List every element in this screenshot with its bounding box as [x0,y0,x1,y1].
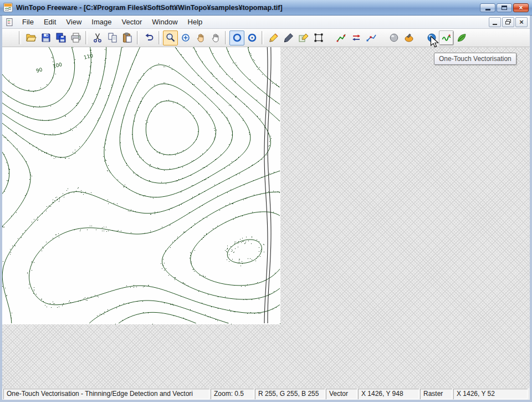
paste-button[interactable] [120,30,135,45]
menu-item-image[interactable]: Image [86,16,116,28]
view-vector-toggle-button[interactable] [244,30,259,45]
menu-item-edit[interactable]: Edit [39,16,61,28]
printer-icon [70,32,81,43]
select-region-button[interactable] [311,30,326,45]
copy-pages-icon [107,32,118,43]
grey-sphere-icon [388,32,400,43]
pen-icon [283,32,294,43]
vector-join-button[interactable] [334,30,349,45]
mdi-restore-icon [505,19,511,24]
pencil-tool-button[interactable] [266,30,281,45]
vector-reverse-button[interactable] [349,30,364,45]
clipboard-icon [122,32,133,43]
titlebar: WinTopo Freeware - [C:¥Program Files¥Sof… [0,0,532,16]
one-touch-vectorisation-button[interactable] [439,30,454,45]
view-raster-toggle-button[interactable] [229,30,244,45]
mdi-minimize-button[interactable] [489,17,501,27]
menu-item-view[interactable]: View [61,16,86,28]
select-region-icon [313,32,324,43]
save-all-icon [55,32,66,43]
pencil-icon [268,32,279,43]
window-title: WinTopo Freeware - [C:¥Program Files¥Sof… [16,4,475,12]
vector-node-icon [366,32,377,43]
status-raster-coords: X 1426, Y 52 [453,389,528,399]
raster-image[interactable] [2,47,280,324]
one-touch-vectorisation-icon [441,32,452,43]
mdi-restore-button[interactable] [502,17,514,27]
menubar: File Edit View Image Vector Window Help … [2,16,530,29]
menu-item-file[interactable]: File [17,16,39,28]
copy-button[interactable] [105,30,120,45]
pen-tool-button[interactable] [281,30,296,45]
print-button[interactable] [68,30,83,45]
client-area [2,47,530,388]
status-raster-label: Raster [420,389,452,399]
vector-lens-icon [247,32,258,43]
tooltip: One-Touch Vectorisation [434,53,516,65]
pan-tool-button[interactable] [193,30,208,45]
blue-globe-icon [426,32,437,43]
menu-item-window[interactable]: Window [147,16,182,28]
menu-item-help[interactable]: Help [183,16,208,28]
grab-hand-icon [210,32,221,43]
undo-button[interactable] [141,30,156,45]
fill-holes-icon [403,32,415,43]
toolbar-separator [137,31,139,44]
status-vector-label: Vector [326,389,357,399]
undo-arrow-icon [144,32,155,43]
edit-image-button[interactable] [296,30,311,45]
toolbar-separator [19,31,21,44]
document-icon [6,18,14,27]
open-button[interactable] [23,30,38,45]
app-icon [3,3,13,12]
grab-tool-button[interactable] [208,30,223,45]
edit-image-icon [298,32,309,43]
vector-node-button[interactable] [364,30,378,45]
minimize-button[interactable] [480,3,495,12]
save-floppy-icon [40,32,52,43]
magnifier-icon [165,32,176,43]
menu-item-vector[interactable]: Vector [116,16,147,28]
status-rgb: R 255, G 255, B 255 [255,389,325,399]
window-controls: × [480,3,529,12]
open-folder-icon [25,32,37,43]
toolbar [2,29,530,47]
toolbar-separator [158,31,161,44]
wintopo-pro-button[interactable] [454,30,469,45]
smooth-button[interactable] [386,30,401,45]
maximize-icon [502,6,507,10]
zoom-tool-button[interactable] [163,30,178,45]
fill-holes-button[interactable] [401,30,416,45]
mdi-minimize-icon [493,24,497,25]
statusbar: One-Touch Vectorisation - Thinning/Edge … [2,388,530,400]
raster-lens-icon [232,32,243,43]
status-vector-coords: X 1426, Y 948 [358,389,419,399]
zoom-select-button[interactable] [178,30,193,45]
vector-join-icon [336,32,347,43]
mdi-close-button[interactable]: × [515,17,528,27]
cut-button[interactable] [90,30,105,45]
toolbar-separator [85,31,88,44]
status-zoom: Zoom: 0.5 [211,389,254,399]
vector-result-button[interactable] [424,30,439,45]
pan-hand-icon [195,32,206,43]
zoom-in-icon [180,32,191,43]
toolbar-separator [225,31,227,44]
toolbar-separator [262,31,264,44]
status-message: One-Touch Vectorisation - Thinning/Edge … [3,389,209,399]
scissors-icon [92,32,103,43]
vector-reverse-icon [351,32,362,43]
window-frame: File Edit View Image Vector Window Help … [0,16,532,402]
maximize-button[interactable] [497,3,512,12]
minimize-icon [485,9,490,11]
save-all-button[interactable] [53,30,68,45]
save-button[interactable] [38,30,53,45]
close-button[interactable]: × [513,3,529,12]
wintopo-pro-icon [456,32,467,43]
